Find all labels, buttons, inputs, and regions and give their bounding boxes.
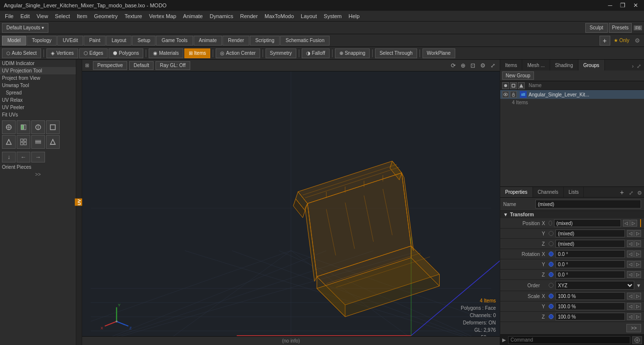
tab-shading[interactable]: Shading (550, 60, 578, 70)
order-indicator[interactable] (549, 283, 554, 288)
props-add-button[interactable]: + (617, 187, 627, 197)
scale-x-input[interactable] (555, 292, 625, 300)
expand-view-icon[interactable]: ⤢ (489, 62, 497, 69)
sidebar-item-spread[interactable]: Spread (0, 89, 76, 96)
rotation-y-next[interactable]: ▷ (634, 261, 641, 268)
group-row[interactable]: Angular_Single_Lever_Kit... (500, 90, 644, 99)
props-tab-lists[interactable]: Lists (564, 187, 584, 197)
scale-z-next[interactable]: ▷ (634, 313, 641, 320)
tool-icon-5[interactable] (2, 135, 16, 149)
sidebar-item-udim[interactable]: UDIM Indicator (0, 60, 76, 67)
menu-system[interactable]: System (321, 12, 345, 20)
tool-icon-2[interactable] (17, 120, 30, 134)
tab-mesh[interactable]: Mesh ... (522, 60, 550, 70)
props-tab-channels[interactable]: Channels (533, 187, 564, 197)
action-center-button[interactable]: ◎ Action Center (216, 48, 260, 58)
items-button[interactable]: ⊞ Items (184, 48, 210, 58)
scale-y-input[interactable] (555, 302, 625, 310)
scale-x-next[interactable]: ▷ (634, 293, 641, 299)
rotation-y-prev[interactable]: ◁ (627, 261, 634, 268)
scale-z-indicator[interactable] (549, 314, 554, 319)
position-x-input[interactable] (554, 219, 621, 227)
position-z-input[interactable] (555, 240, 625, 248)
scale-y-prev[interactable]: ◁ (627, 303, 634, 310)
mode-tab-scripting[interactable]: Scripting (250, 36, 280, 46)
sidebar-item-fit-uvs[interactable]: Fit UVs (0, 111, 76, 118)
rotation-x-indicator[interactable] (549, 252, 554, 256)
select-through-button[interactable]: Select Through (375, 48, 417, 58)
arrow-down-icon[interactable]: ↓ (2, 152, 16, 162)
scale-y-next[interactable]: ▷ (634, 303, 641, 310)
edges-button[interactable]: ⬡ Edges (79, 48, 108, 58)
col-icon-2[interactable] (510, 82, 517, 89)
menu-item[interactable]: Item (74, 12, 90, 20)
menu-vertexmap[interactable]: Vertex Map (146, 12, 179, 20)
tool-icon-1[interactable] (2, 120, 16, 134)
workplane-button[interactable]: WorkPlane (422, 48, 455, 58)
fit-icon[interactable]: ⊡ (469, 62, 477, 69)
viewport[interactable]: ⊞ Perspective Default Ray GL: Off ⟳ ⊕ ⊡ … (82, 60, 500, 345)
menu-file[interactable]: File (2, 12, 17, 20)
position-z-next[interactable]: ▷ (634, 240, 641, 247)
sidebar-item-unwrap[interactable]: Unwrap Tool (0, 82, 76, 89)
sidebar-item-uv-relax[interactable]: UV Relax (0, 96, 76, 104)
mode-tab-render[interactable]: Render (222, 36, 249, 46)
mode-tab-schematic[interactable]: Schematic Fusion (280, 36, 330, 46)
position-x-indicator[interactable] (549, 221, 552, 226)
menu-texture[interactable]: Texture (122, 12, 145, 20)
menu-edit[interactable]: Edit (18, 12, 33, 20)
materials-button[interactable]: ◉ Materials (149, 48, 183, 58)
scale-x-prev[interactable]: ◁ (627, 293, 634, 299)
add-mode-button[interactable]: + (600, 36, 610, 46)
sculpt-button[interactable]: Sculpt (585, 23, 608, 33)
order-select[interactable]: XYZ XZY YXZ YZX ZXY ZYX (555, 281, 634, 290)
panel-icon-chevron[interactable]: › (631, 63, 635, 69)
maximize-button[interactable]: ❐ (618, 2, 627, 9)
menu-view[interactable]: View (34, 12, 51, 20)
position-y-next[interactable]: ▷ (634, 230, 641, 237)
checkbox-lock[interactable] (510, 91, 517, 98)
tool-icon-4[interactable] (46, 120, 60, 134)
mode-tab-paint[interactable]: Paint (84, 36, 106, 46)
transform-section-header[interactable]: ▼ Transform (500, 211, 644, 218)
mode-tab-topology[interactable]: Topology (26, 36, 57, 46)
mode-tab-gametools[interactable]: Game Tools (156, 36, 193, 46)
position-z-indicator[interactable] (549, 241, 554, 246)
tab-groups[interactable]: Groups (578, 60, 605, 70)
rotation-x-next[interactable]: ▷ (634, 251, 641, 257)
menu-render[interactable]: Render (237, 12, 261, 20)
menu-select[interactable]: Select (52, 12, 73, 20)
layouts-dropdown[interactable]: Default Layouts ▾ (2, 23, 48, 33)
props-expand-button[interactable]: >> (626, 324, 641, 332)
rotation-x-prev[interactable]: ◁ (627, 251, 634, 257)
scale-x-indicator[interactable] (549, 294, 554, 299)
mode-tab-model[interactable]: Model (2, 36, 26, 46)
order-dropdown-icon[interactable]: ▼ (636, 283, 641, 288)
scale-z-input[interactable] (555, 313, 625, 321)
sidebar-item-uv-peeler[interactable]: UV Peeler (0, 104, 76, 111)
shading-button[interactable]: Default (129, 61, 154, 70)
orbit-icon[interactable]: ⟳ (449, 62, 457, 69)
menu-help[interactable]: Help (346, 12, 363, 20)
scale-z-prev[interactable]: ◁ (627, 313, 634, 320)
close-button[interactable]: ✕ (631, 2, 640, 9)
panel-icon-expand[interactable]: ⤢ (636, 63, 642, 69)
tab-items[interactable]: Items (500, 60, 522, 70)
mode-tab-uvedit[interactable]: UVEdit (57, 36, 83, 46)
new-group-button[interactable]: New Group (502, 71, 534, 80)
tool-icon-8[interactable] (46, 135, 60, 149)
col-icon-1[interactable] (502, 82, 509, 89)
zoom-icon[interactable]: ⊕ (459, 62, 467, 69)
auto-select-button[interactable]: ⬡ Auto Select (2, 48, 41, 58)
menu-dynamics[interactable]: Dynamics (207, 12, 236, 20)
menu-layout[interactable]: Layout (298, 12, 320, 20)
sidebar-item-project-view[interactable]: Project from View (0, 74, 76, 82)
menu-animate[interactable]: Animate (180, 12, 205, 20)
arrow-left-icon[interactable]: ← (17, 152, 30, 162)
sidebar-expand-btn[interactable]: >> (0, 171, 76, 178)
settings-icon[interactable]: ⚙ (633, 37, 642, 44)
rotation-z-input[interactable] (555, 271, 625, 278)
command-execute-button[interactable] (632, 336, 642, 344)
star-only-button[interactable]: ★ Only (611, 38, 632, 43)
position-y-prev[interactable]: ◁ (627, 230, 634, 237)
